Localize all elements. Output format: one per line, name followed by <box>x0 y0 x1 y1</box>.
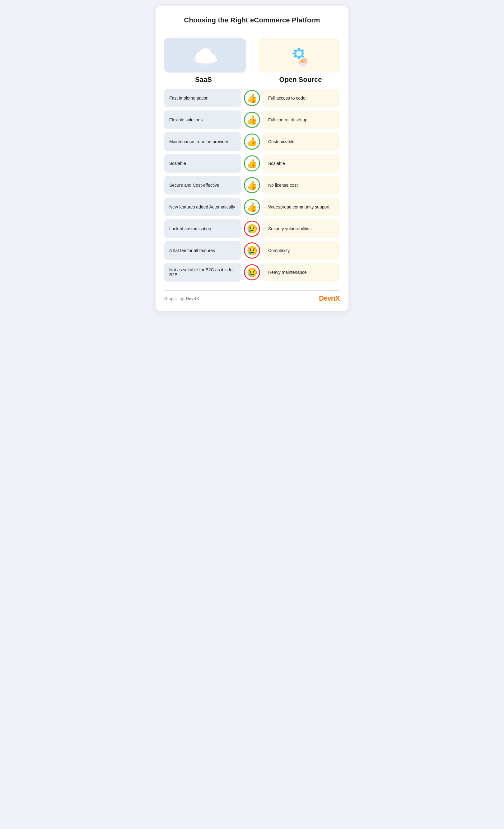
gear-hand-icon <box>285 43 313 68</box>
table-row: Maintenance from the provider 👍 Customiz… <box>164 132 340 151</box>
icon-col: 😢 <box>241 264 263 280</box>
table-row: Lack of customisation 😢 Security vulnera… <box>164 219 340 238</box>
icon-circle: 👍 <box>244 155 260 172</box>
table-row: Flexible solutions 👍 Full control of set… <box>164 110 340 129</box>
svg-rect-12 <box>298 57 300 59</box>
svg-rect-13 <box>292 52 295 55</box>
icon-col: 👍 <box>241 155 263 172</box>
opensource-cell: Widespread community support <box>263 197 340 216</box>
table-row: Secure and Cost-effective 👍 No license c… <box>164 176 340 194</box>
svg-rect-24 <box>300 63 306 67</box>
footer: Graphic by: DevriX DevriX <box>164 290 340 302</box>
saas-cell: New features added Automatically <box>164 197 241 216</box>
icon-circle: 👍 <box>244 199 260 215</box>
saas-cell: Lack of customisation <box>164 219 241 238</box>
opensource-cell: Customizable <box>263 132 340 151</box>
icon-circle: 😢 <box>244 264 260 280</box>
icon-col: 😢 <box>241 243 263 259</box>
footer-brand: DevriX <box>319 294 340 302</box>
svg-rect-11 <box>298 48 300 50</box>
icon-circle: 👍 <box>244 177 260 193</box>
icon-circle: 👍 <box>244 112 260 128</box>
svg-point-10 <box>296 51 302 56</box>
footer-graphic: Graphic by: DevriX <box>164 296 199 301</box>
saas-cell: A flat fee for all features <box>164 241 241 260</box>
icon-col: 👍 <box>241 134 263 150</box>
opensource-cell: No license cost <box>263 176 340 194</box>
icon-col: 😢 <box>241 221 263 237</box>
opensource-cell: Heavy maintenance <box>263 263 340 282</box>
saas-image-box <box>164 38 246 73</box>
opensource-image-box <box>258 38 340 73</box>
saas-cell: Flexible solutions <box>164 110 241 129</box>
icon-col: 👍 <box>241 177 263 193</box>
opensource-cell: Full access to code <box>263 89 340 107</box>
table-row: Not as suitable for B2C as it is for B2B… <box>164 263 340 282</box>
opensource-cell: Complexity <box>263 241 340 260</box>
main-card: Choosing the Right eCommerce Platform <box>155 6 349 311</box>
table-row: New features added Automatically 👍 Wides… <box>164 197 340 216</box>
saas-label: SaaS <box>164 76 243 84</box>
column-labels: SaaS Open Source <box>164 76 340 84</box>
page-title: Choosing the Right eCommerce Platform <box>164 16 340 24</box>
opensource-cell: Full control of set up <box>263 110 340 129</box>
icon-circle: 😢 <box>244 221 260 237</box>
table-row: Scalable 👍 Scalable <box>164 154 340 173</box>
icon-col: 👍 <box>241 90 263 106</box>
saas-cell: Scalable <box>164 154 241 173</box>
svg-point-8 <box>195 57 217 64</box>
cloud-icon <box>189 44 221 66</box>
header-images <box>164 38 340 73</box>
saas-cell: Fast implementation <box>164 89 241 107</box>
icon-circle: 😢 <box>244 243 260 259</box>
saas-cell: Secure and Cost-effective <box>164 176 241 194</box>
table-row: A flat fee for all features 😢 Complexity <box>164 241 340 260</box>
icon-col: 👍 <box>241 199 263 215</box>
opensource-cell: Scalable <box>263 154 340 173</box>
divider <box>164 32 340 32</box>
table-row: Fast implementation 👍 Full access to cod… <box>164 89 340 107</box>
rows-container: Fast implementation 👍 Full access to cod… <box>164 89 340 282</box>
icon-circle: 👍 <box>244 134 260 150</box>
icon-circle: 👍 <box>244 90 260 106</box>
icon-col: 👍 <box>241 112 263 128</box>
opensource-label: Open Source <box>261 76 340 84</box>
svg-rect-14 <box>302 52 304 55</box>
opensource-cell: Security vulnerabilities <box>263 219 340 238</box>
saas-cell: Not as suitable for B2C as it is for B2B <box>164 263 241 282</box>
saas-cell: Maintenance from the provider <box>164 132 241 151</box>
